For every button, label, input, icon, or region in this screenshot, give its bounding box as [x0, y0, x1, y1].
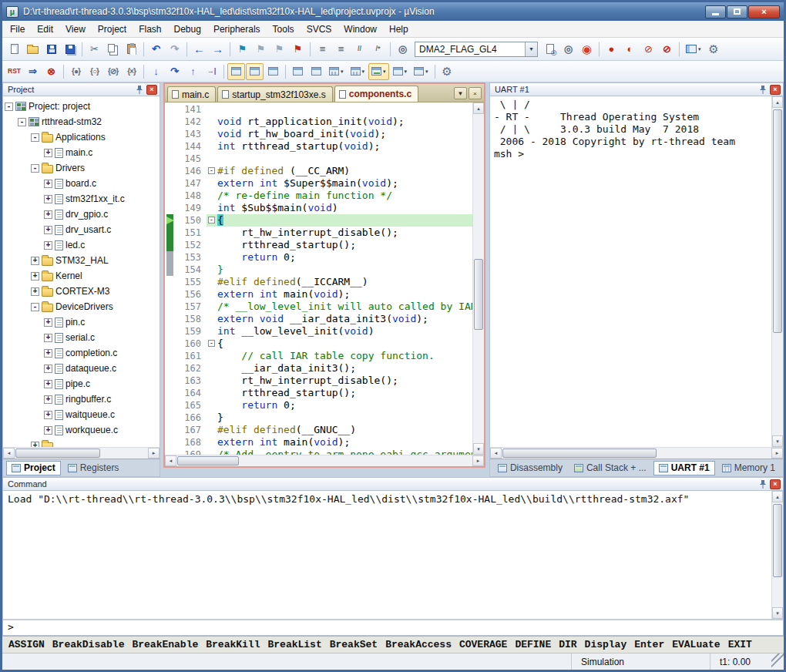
scroll-track[interactable] — [502, 448, 771, 459]
close-panel-button[interactable]: × — [770, 85, 781, 95]
scroll-right-button[interactable]: ▸ — [771, 448, 783, 459]
breakpoint-margin[interactable] — [165, 436, 177, 449]
scroll-down-button[interactable]: ▾ — [772, 435, 783, 447]
dock-tab-memory-1[interactable]: Memory 1 — [717, 461, 780, 475]
code-line-159[interactable]: 159int __low_level_init(void) — [165, 325, 472, 338]
scroll-track[interactable] — [772, 502, 783, 607]
breakpoint-margin[interactable] — [165, 239, 177, 251]
editor-tab-components-c[interactable]: components.c — [334, 86, 418, 102]
fold-collapse-icon[interactable]: - — [208, 340, 215, 347]
expand-icon[interactable]: + — [44, 180, 52, 188]
resize-grip[interactable] — [771, 654, 784, 670]
breakpoint-margin[interactable] — [165, 325, 177, 338]
breakpoint-margin[interactable] — [165, 313, 177, 325]
serial-window-button[interactable]: ▾ — [368, 63, 389, 80]
scroll-track[interactable] — [473, 114, 484, 443]
collapse-icon[interactable]: - — [18, 118, 26, 126]
scroll-left-button[interactable]: ◂ — [490, 448, 502, 459]
close-panel-button[interactable]: × — [146, 85, 157, 95]
collapse-icon[interactable]: - — [31, 133, 39, 142]
editor-vscrollbar[interactable]: ▴ ▾ — [472, 102, 484, 455]
expand-icon[interactable]: + — [44, 426, 52, 435]
command-breakset[interactable]: BreakSet — [330, 639, 378, 650]
registers-window-button[interactable] — [289, 63, 307, 80]
code-line-150[interactable]: 150-{ — [165, 214, 472, 227]
save-all-button[interactable] — [61, 41, 79, 58]
expand-icon[interactable]: + — [44, 349, 52, 358]
scroll-track[interactable] — [772, 108, 783, 435]
search-combo-value[interactable]: DMA2_FLAG_GL4 — [415, 44, 525, 55]
tree-item-completion-c[interactable]: +completion.c — [3, 345, 160, 361]
code-line-144[interactable]: 144int rtthread_startup(void); — [165, 140, 472, 153]
command-breaklist[interactable]: BreakList — [267, 639, 321, 650]
uncomment-selection-button[interactable]: /* — [369, 41, 387, 58]
menu-item-flash[interactable]: Flash — [133, 22, 167, 37]
incremental-find-button[interactable]: ◎ — [559, 41, 577, 58]
panel-tab-registers[interactable]: Registers — [63, 461, 124, 475]
code-line-156[interactable]: 156extern int main(void); — [165, 288, 472, 301]
command-display[interactable]: Display — [585, 639, 627, 650]
menu-item-window[interactable]: Window — [338, 22, 383, 37]
code-line-148[interactable]: 148/* re-define main function */ — [165, 190, 472, 202]
breakpoint-margin[interactable] — [165, 338, 177, 350]
indent-left-button[interactable]: ≡ — [314, 41, 331, 58]
scroll-thumb[interactable] — [773, 109, 782, 333]
pin-icon[interactable] — [757, 479, 768, 489]
breakpoint-margin[interactable] — [165, 362, 177, 375]
command-breakdisable[interactable]: BreakDisable — [52, 639, 125, 650]
project-panel-header[interactable]: Project × — [2, 82, 160, 96]
breakpoint-margin[interactable] — [165, 177, 177, 190]
dock-tab-call-stack[interactable]: Call Stack + ... — [569, 461, 651, 475]
scroll-up-button[interactable]: ▴ — [772, 491, 783, 502]
breakpoint-margin[interactable] — [165, 276, 177, 288]
expand-icon[interactable]: + — [44, 318, 52, 327]
symbol-window-button[interactable] — [264, 63, 282, 80]
pin-icon[interactable] — [757, 85, 768, 95]
new-file-button[interactable] — [5, 41, 23, 58]
code-line-169[interactable]: 169/* Add -eentry to arm-none-eabi-gcc a… — [165, 449, 472, 455]
kill-all-breakpoints-button[interactable]: ⊘ — [658, 41, 676, 58]
menu-item-peripherals[interactable]: Peripherals — [207, 22, 267, 37]
navigate-back-button[interactable]: ← — [190, 41, 208, 58]
code-line-166[interactable]: 166} — [165, 412, 472, 424]
step-out-button[interactable]: ↑ — [184, 63, 202, 80]
undo-button[interactable]: ↶ — [147, 41, 165, 58]
tree-item-item[interactable]: + — [3, 438, 160, 447]
scroll-thumb[interactable] — [15, 449, 100, 458]
breakpoint-margin[interactable] — [165, 387, 177, 399]
expand-icon[interactable]: + — [31, 272, 39, 281]
scroll-right-button[interactable]: ▸ — [472, 455, 484, 466]
command-window-button[interactable] — [227, 63, 245, 80]
code-line-152[interactable]: 152 rtthread_startup(); — [165, 239, 472, 251]
editor-tab-main-c[interactable]: main.c — [167, 86, 216, 102]
show-next-statement-button[interactable]: ⇒ — [24, 63, 42, 80]
expand-icon[interactable]: + — [44, 411, 52, 419]
tree-item-waitqueue-c[interactable]: +waitqueue.c — [3, 407, 160, 422]
tree-item-drv-gpio-c[interactable]: +drv_gpio.c — [3, 207, 160, 222]
tree-item-main-c[interactable]: +main.c — [3, 145, 160, 160]
expand-icon[interactable]: + — [44, 226, 52, 234]
tree-item-pin-c[interactable]: +pin.c — [3, 314, 160, 330]
breakpoint-margin[interactable] — [165, 375, 177, 387]
tree-item-devicedrivers[interactable]: -DeviceDrivers — [3, 299, 160, 314]
open-file-button[interactable] — [24, 41, 42, 58]
expand-icon[interactable]: + — [31, 257, 39, 265]
disassembly-window-button[interactable] — [246, 63, 264, 80]
scroll-thumb[interactable] — [502, 449, 657, 458]
command-output[interactable]: Load "D:\\rt-thread\\rt-thread-3.0.3\\bs… — [3, 491, 771, 619]
code-line-145[interactable]: 145 — [165, 153, 472, 165]
panel-tab-project[interactable]: Project — [6, 461, 61, 475]
breakpoint-margin[interactable] — [165, 449, 177, 455]
tree-item-led-c[interactable]: +led.c — [3, 237, 160, 253]
code-line-143[interactable]: 143void rt_hw_board_init(void); — [165, 128, 472, 140]
code-line-155[interactable]: 155#elif defined(__ICCARM__) — [165, 276, 472, 288]
breakpoint-margin[interactable] — [165, 251, 177, 264]
command-define[interactable]: DEFINE — [515, 639, 551, 650]
scroll-track[interactable] — [15, 448, 148, 459]
configure-target-button[interactable]: ⚙ — [705, 41, 723, 58]
watch-window-button[interactable]: ▾ — [326, 63, 347, 80]
cut-button[interactable]: ✂ — [86, 41, 103, 58]
bookmark-toggle-button[interactable]: ⚑ — [233, 41, 251, 58]
code-line-168[interactable]: 168extern int main(void); — [165, 436, 472, 449]
close-panel-button[interactable]: × — [770, 479, 781, 489]
